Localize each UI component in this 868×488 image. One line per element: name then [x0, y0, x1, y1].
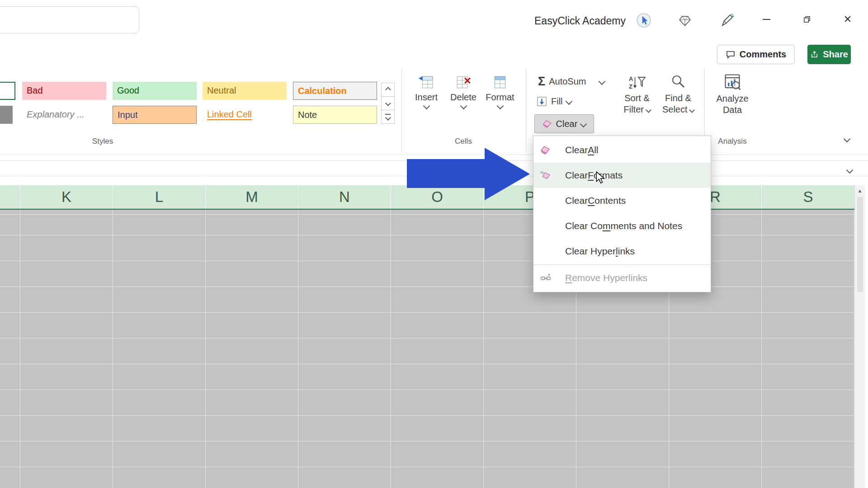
autosum-button[interactable]: Σ AutoSum: [538, 74, 604, 89]
clear-button[interactable]: Clear: [534, 114, 594, 133]
chevron-down-icon: [844, 136, 851, 143]
gallery-scroll-down-button[interactable]: [381, 96, 395, 110]
menu-item-clear-contents[interactable]: Clear Contents: [533, 188, 711, 213]
share-button[interactable]: Share: [807, 45, 851, 64]
group-separator: [401, 69, 402, 152]
close-button[interactable]: ✕: [837, 10, 858, 29]
column-header-S[interactable]: S: [762, 185, 854, 209]
collapse-ribbon-button[interactable]: [844, 135, 849, 143]
comment-icon: [726, 50, 736, 60]
sort-filter-label-1: Sort &: [624, 93, 650, 103]
styles-group-label: Styles: [57, 137, 148, 146]
arrow-annotation: [405, 145, 533, 203]
excel-window: EasyClick Academy ✕: [0, 0, 868, 488]
close-icon: ✕: [844, 14, 852, 25]
svg-text:Z: Z: [629, 83, 632, 90]
scrollbar-up-icon[interactable]: ▲: [855, 185, 865, 193]
insert-button[interactable]: Insert: [408, 74, 444, 108]
find-select-label-1: Find &: [665, 93, 691, 103]
magnifier-icon: [669, 74, 687, 92]
column-header-L[interactable]: L: [113, 185, 206, 209]
restore-icon: [803, 15, 811, 23]
delete-cells-icon: [455, 74, 472, 91]
scrollbar-thumb[interactable]: [857, 197, 863, 292]
expand-formula-bar-button[interactable]: [847, 166, 852, 174]
clear-dropdown-menu: Clear All % Clear Formats Clear Contents…: [533, 136, 711, 292]
analyze-label-2: Data: [723, 105, 742, 115]
group-separator: [526, 69, 526, 152]
gallery-more-button[interactable]: [381, 110, 395, 124]
menu-separator: [533, 264, 711, 265]
style-cell-bad[interactable]: Bad: [22, 82, 106, 100]
screen-record-indicator-icon[interactable]: [636, 12, 652, 30]
chevron-down-icon: [846, 167, 854, 174]
style-cell-calculation[interactable]: Calculation: [293, 82, 377, 100]
pen-sparkle-icon[interactable]: [720, 12, 735, 29]
menu-item-remove-hyperlinks[interactable]: Remove Hyperlinks: [533, 265, 711, 291]
menu-item-clear-hyperlinks[interactable]: Clear Hyperlinks: [533, 239, 711, 264]
style-cell-partial[interactable]: [0, 106, 13, 124]
style-cell-neutral[interactable]: Neutral: [203, 82, 287, 100]
find-select-button[interactable]: Find & Select: [659, 74, 697, 114]
chevron-down-icon: [460, 103, 467, 110]
chevron-down-icon: [423, 103, 430, 110]
premium-diamond-icon[interactable]: [678, 14, 692, 29]
analyze-data-button[interactable]: Analyze Data: [712, 72, 752, 115]
format-cells-icon: [492, 74, 508, 91]
style-cell-linked-cell[interactable]: Linked Cell: [203, 106, 287, 124]
vertical-scrollbar[interactable]: ▲: [854, 185, 865, 488]
clear-label: Clear: [556, 119, 578, 129]
chevron-down-icon: [580, 120, 587, 127]
autosum-label: AutoSum: [549, 76, 586, 87]
sheet-grid-selected[interactable]: [0, 210, 854, 488]
style-cell-good[interactable]: Good: [113, 82, 197, 100]
column-header-partial[interactable]: [0, 185, 20, 209]
autosum-icon: Σ: [538, 75, 545, 87]
chevron-down-icon: [565, 98, 572, 105]
scroll-up-icon: [385, 87, 391, 93]
comments-button[interactable]: Comments: [717, 45, 795, 64]
chevron-down-icon: [646, 107, 651, 113]
fill-button[interactable]: Fill: [536, 94, 571, 108]
eraser-icon: [542, 119, 552, 129]
style-cell-input[interactable]: Input: [113, 106, 197, 124]
share-icon: [810, 50, 819, 59]
menu-item-clear-comments-notes[interactable]: Clear Comments and Notes: [533, 213, 711, 239]
eraser-percent-icon: %: [539, 170, 552, 181]
delete-button[interactable]: Delete: [445, 74, 481, 108]
format-button[interactable]: Format: [482, 74, 518, 108]
analyze-data-icon: [722, 72, 742, 92]
sort-filter-button[interactable]: A Z Sort & Filter: [618, 74, 656, 114]
chevron-down-icon: [496, 103, 504, 110]
restore-button[interactable]: [797, 10, 817, 29]
comments-label: Comments: [740, 49, 786, 60]
svg-text:%: %: [540, 170, 544, 175]
insert-label: Insert: [415, 92, 438, 102]
find-select-label-2: Select: [662, 104, 694, 114]
column-header-M[interactable]: M: [206, 185, 298, 209]
share-label: Share: [823, 49, 848, 60]
eraser-icon: [539, 145, 552, 155]
menu-item-clear-formats[interactable]: % Clear Formats: [533, 163, 711, 188]
menu-item-clear-all[interactable]: Clear All: [533, 137, 711, 163]
analyze-label-1: Analyze: [716, 94, 748, 103]
delete-label: Delete: [450, 92, 476, 102]
chevron-down-icon: [689, 107, 695, 113]
account-name[interactable]: EasyClick Academy: [534, 15, 626, 27]
insert-cells-icon: [418, 74, 434, 91]
style-cell-explanatory[interactable]: Explanatory ...: [22, 106, 106, 124]
chevron-down-icon: [599, 78, 606, 85]
sort-filter-icon: A Z: [627, 74, 646, 92]
minimize-icon: [763, 19, 770, 20]
minimize-button[interactable]: [756, 10, 777, 29]
column-header-K[interactable]: K: [20, 185, 113, 209]
format-label: Format: [486, 92, 514, 102]
style-cell-partial-selected[interactable]: [0, 82, 15, 100]
style-cell-note[interactable]: Note: [293, 106, 377, 124]
fill-icon: [536, 96, 547, 107]
gallery-scroll-up-button[interactable]: [381, 83, 395, 97]
scroll-down-icon: [385, 100, 391, 106]
sort-filter-label-2: Filter: [623, 104, 650, 114]
column-header-N[interactable]: N: [298, 185, 391, 209]
svg-text:A: A: [629, 75, 633, 82]
